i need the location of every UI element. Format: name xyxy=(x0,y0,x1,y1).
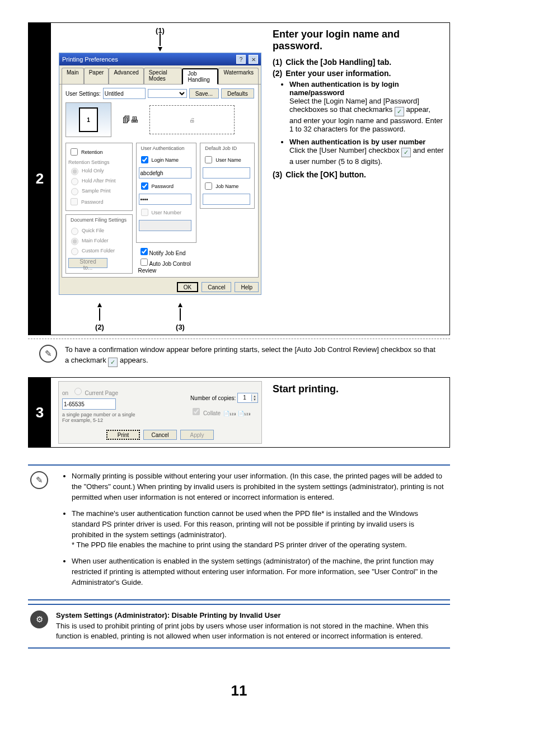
info-bullet-1: Normally printing is possible without en… xyxy=(72,471,448,503)
tab-paper[interactable]: Paper xyxy=(84,68,109,84)
hold-after-print-radio[interactable] xyxy=(71,178,78,185)
stored-to-button[interactable]: Stored to... xyxy=(68,258,107,268)
page-number: 11 xyxy=(28,682,450,699)
cancel-button[interactable]: Cancel xyxy=(202,282,231,292)
gear-icon: ⚙ xyxy=(30,611,48,628)
copies-label: Number of copies: xyxy=(190,395,236,401)
instruction-1: Click the [Job Handling] tab. xyxy=(285,58,391,67)
checkmark-icon: ✓ xyxy=(108,358,118,367)
page-preview: 1 xyxy=(65,102,111,137)
save-button[interactable]: Save... xyxy=(189,88,219,98)
ok-button[interactable]: OK xyxy=(177,282,198,292)
job-name-field[interactable] xyxy=(203,194,250,205)
close-icon[interactable]: ✕ xyxy=(249,55,258,64)
custom-folder-radio[interactable] xyxy=(71,248,78,255)
auth-login-title: When authentication is by login name/pas… xyxy=(289,80,444,97)
step-number-2: 2 xyxy=(29,23,51,335)
help-icon[interactable]: ? xyxy=(236,55,246,64)
callout-1-label: (1) xyxy=(59,26,261,35)
dialog-titlebar: Printing Preferences ? ✕ xyxy=(59,53,261,65)
callout-2-label: (2) xyxy=(59,323,140,331)
page-range-field[interactable] xyxy=(62,398,116,410)
pencil-icon: ✎ xyxy=(30,471,48,489)
tab-main[interactable]: Main xyxy=(62,68,84,84)
cancel-button[interactable]: Cancel xyxy=(143,430,177,440)
retention-checkbox[interactable] xyxy=(71,148,78,156)
checkmark-icon: ✓ xyxy=(401,148,411,157)
user-number-field[interactable] xyxy=(139,220,192,231)
info-box: ✎ Normally printing is possible without … xyxy=(28,464,450,600)
dialog-title: Printing Preferences xyxy=(62,56,118,63)
sample-print-radio[interactable] xyxy=(71,188,78,195)
step-3-heading: Start printing. xyxy=(273,383,444,395)
info-bullet-2: The machine's user authentication functi… xyxy=(72,509,448,551)
collate-icon: 📄₁₂₃ 📄₁₂₃ xyxy=(222,411,251,416)
instruction-2: Enter your user information. xyxy=(285,69,391,78)
help-button[interactable]: Help xyxy=(235,282,259,292)
step-2-heading: Enter your login name and password. xyxy=(273,29,444,52)
retention-group: Retention Retention Settings Hold Only H… xyxy=(65,143,133,211)
copies-field[interactable] xyxy=(238,393,251,402)
user-number-checkbox[interactable] xyxy=(141,209,148,216)
print-button[interactable]: Print xyxy=(106,430,140,440)
callout-3-label: (3) xyxy=(140,323,221,331)
notify-job-end-checkbox[interactable] xyxy=(140,248,148,255)
note-auto-review: ✎ To have a confirmation window appear b… xyxy=(28,339,450,377)
user-settings-label: User Settings: xyxy=(65,91,101,97)
tabs-row: Main Paper Advanced Special Modes Job Ha… xyxy=(59,65,261,84)
main-folder-radio[interactable] xyxy=(71,238,78,245)
printing-preferences-dialog: Printing Preferences ? ✕ Main Paper Adva… xyxy=(59,53,261,295)
auth-number-title: When authentication is by user number xyxy=(289,138,444,146)
admin-body: This is used to prohibit printing of pri… xyxy=(56,621,448,642)
user-name-field[interactable] xyxy=(203,167,250,179)
hold-only-radio[interactable] xyxy=(71,168,78,175)
user-name-checkbox[interactable] xyxy=(205,156,212,163)
password-checkbox[interactable] xyxy=(141,182,148,190)
collate-checkbox[interactable] xyxy=(193,408,200,415)
window-controls: ? ✕ xyxy=(235,55,258,64)
auto-job-control-review-checkbox[interactable] xyxy=(140,259,148,266)
retention-password-checkbox[interactable] xyxy=(71,198,78,205)
current-page-radio[interactable] xyxy=(74,388,82,395)
step-2-row: 2 (1) Printing Preferences ? ✕ Main xyxy=(28,22,450,335)
user-authentication-group: User Authentication Login Name Password … xyxy=(136,143,197,243)
tab-advanced[interactable]: Advanced xyxy=(109,68,143,84)
login-name-field[interactable] xyxy=(139,167,192,179)
print-dialog-snippet: on Current Page a single page number or … xyxy=(58,381,262,444)
step-number-3: 3 xyxy=(29,378,51,447)
tab-job-handling[interactable]: Job Handling xyxy=(182,68,218,84)
page-preview-number: 1 xyxy=(79,107,98,132)
instruction-3: Click the [OK] button. xyxy=(285,170,366,179)
info-bullet-3: When user authentication is enabled in t… xyxy=(72,556,448,588)
admin-settings-box: ⚙ System Settings (Administrator): Disab… xyxy=(28,604,450,649)
tab-special-modes[interactable]: Special Modes xyxy=(144,68,182,84)
login-name-checkbox[interactable] xyxy=(141,156,148,163)
printer-graphic: 🖨 xyxy=(149,105,235,134)
default-job-id-group: Default Job ID User Name Job Name xyxy=(200,143,255,209)
apply-button[interactable]: Apply xyxy=(180,430,214,440)
user-settings-field[interactable] xyxy=(103,88,146,99)
admin-title: System Settings (Administrator): Disable… xyxy=(56,611,448,621)
checkmark-icon: ✓ xyxy=(395,107,404,116)
quick-file-radio[interactable] xyxy=(71,228,78,235)
pencil-icon: ✎ xyxy=(39,345,57,363)
step-3-row: 3 on Current Page a single page number o… xyxy=(28,377,450,448)
defaults-button[interactable]: Defaults xyxy=(221,88,254,98)
job-name-checkbox[interactable] xyxy=(205,182,212,190)
spinner-buttons[interactable]: ▲▼ xyxy=(251,395,257,401)
user-settings-select[interactable] xyxy=(148,89,187,98)
document-filing-group: Document Filing Settings Quick File Main… xyxy=(65,214,133,274)
password-field[interactable] xyxy=(139,194,192,205)
tab-watermarks[interactable]: Watermarks xyxy=(218,68,259,84)
